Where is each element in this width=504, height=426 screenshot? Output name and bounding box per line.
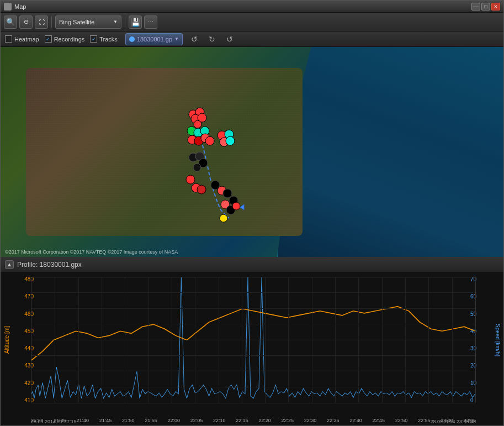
chevron-down-icon: ▼ xyxy=(113,19,118,24)
x-label-13: 22:30 xyxy=(304,418,317,423)
title-bar: Map — □ ✕ xyxy=(1,1,503,13)
zoom-out-icon: ⊖ xyxy=(24,18,29,25)
profile-title: Profile: 18030001.gpx xyxy=(17,261,82,269)
save-button[interactable]: 💾 xyxy=(129,15,142,29)
fit-button[interactable]: ⛶ xyxy=(35,15,48,29)
app-icon xyxy=(4,3,12,10)
chevron-down-icon: ▼ xyxy=(174,36,179,41)
collapse-icon: ▲ xyxy=(7,261,12,267)
heatmap-label: Heatmap xyxy=(14,36,39,43)
recordings-label: Recordings xyxy=(54,36,85,43)
toolbar-separator-2 xyxy=(125,17,125,28)
map-toolbar: 🔍 ⊖ ⛶ Bing Satellite ▼ 💾 ⋯ xyxy=(1,13,503,31)
tracks-toggle[interactable]: Tracks xyxy=(90,35,118,43)
map-copyright: ©2017 Microsoft Corporation ©2017 NAVTEQ… xyxy=(5,249,178,255)
x-label-3: 21:40 xyxy=(76,418,89,423)
x-label-7: 22:00 xyxy=(167,418,180,423)
refresh-button-2[interactable]: ↻ xyxy=(206,33,218,45)
refresh-button-1[interactable]: ↺ xyxy=(188,33,200,45)
recordings-checkbox[interactable] xyxy=(45,35,52,43)
profile-panel: ▲ Profile: 18030001.gpx Altitude [m] Spe… xyxy=(1,257,503,425)
water-area xyxy=(277,47,503,257)
toolbar-separator-1 xyxy=(51,17,52,28)
recordings-toggle[interactable]: Recordings xyxy=(45,35,85,43)
x-label-18: 22:55 xyxy=(418,418,431,423)
city-area xyxy=(26,68,303,236)
x-label-5: 21:50 xyxy=(122,418,135,423)
window-title: Map xyxy=(14,3,471,10)
x-label-15: 22:40 xyxy=(349,418,362,423)
map-background: ©2017 Microsoft Corporation ©2017 NAVTEQ… xyxy=(1,47,503,257)
layer-controls: Heatmap Recordings Tracks 18030001.gp ▼ … xyxy=(1,31,503,47)
tracks-checkbox[interactable] xyxy=(90,35,97,43)
extra-icon: ⋯ xyxy=(148,19,153,25)
maximize-button[interactable]: □ xyxy=(481,3,490,10)
fit-icon: ⛶ xyxy=(39,19,45,25)
chart-area: Altitude [m] Speed [km/h] 410 420 430 44… xyxy=(1,272,503,425)
end-timestamp: 28.09.2014 23:05:48 xyxy=(430,419,476,424)
x-label-8: 22:05 xyxy=(190,418,203,423)
zoom-in-button[interactable]: 🔍 xyxy=(4,15,17,29)
extra-button[interactable]: ⋯ xyxy=(144,15,157,29)
x-label-4: 21:45 xyxy=(99,418,112,423)
minimize-button[interactable]: — xyxy=(471,3,480,10)
start-timestamp: 28.09.2014 21:27:15 xyxy=(31,419,77,424)
x-label-12: 22:25 xyxy=(282,418,294,423)
collapse-button[interactable]: ▲ xyxy=(5,260,14,269)
file-name-label: 18030001.gp xyxy=(137,36,172,43)
x-label-11: 22:20 xyxy=(258,418,271,423)
window-controls: — □ ✕ xyxy=(471,3,500,10)
heatmap-toggle[interactable]: Heatmap xyxy=(5,35,39,43)
file-dot xyxy=(129,36,135,42)
save-icon: 💾 xyxy=(131,18,140,27)
chart-svg xyxy=(31,277,475,403)
tracks-label: Tracks xyxy=(99,36,118,43)
x-label-17: 22:50 xyxy=(395,418,408,423)
refresh-button-3[interactable]: ↺ xyxy=(224,33,236,45)
x-label-14: 22:35 xyxy=(327,418,339,423)
file-selector[interactable]: 18030001.gp ▼ xyxy=(125,33,183,45)
heatmap-checkbox[interactable] xyxy=(5,35,12,43)
x-label-6: 21:55 xyxy=(145,418,157,423)
x-label-9: 22:10 xyxy=(213,418,226,423)
map-provider-dropdown[interactable]: Bing Satellite ▼ xyxy=(55,15,121,29)
x-label-10: 22:15 xyxy=(236,418,248,423)
profile-header: ▲ Profile: 18030001.gpx xyxy=(1,257,503,272)
map-provider-label: Bing Satellite xyxy=(59,19,94,25)
chart-grid xyxy=(31,277,476,403)
zoom-in-icon: 🔍 xyxy=(6,18,15,26)
main-window: Map — □ ✕ 🔍 ⊖ ⛶ Bing Satellite ▼ 💾 ⋯ xyxy=(0,0,504,426)
map-view[interactable]: ©2017 Microsoft Corporation ©2017 NAVTEQ… xyxy=(1,47,503,257)
zoom-out-button[interactable]: ⊖ xyxy=(19,15,33,29)
close-button[interactable]: ✕ xyxy=(491,3,500,10)
x-label-16: 22:45 xyxy=(373,418,385,423)
x-axis-labels: 21:30 21:35 21:40 21:45 21:50 21:55 22:0… xyxy=(31,418,476,423)
